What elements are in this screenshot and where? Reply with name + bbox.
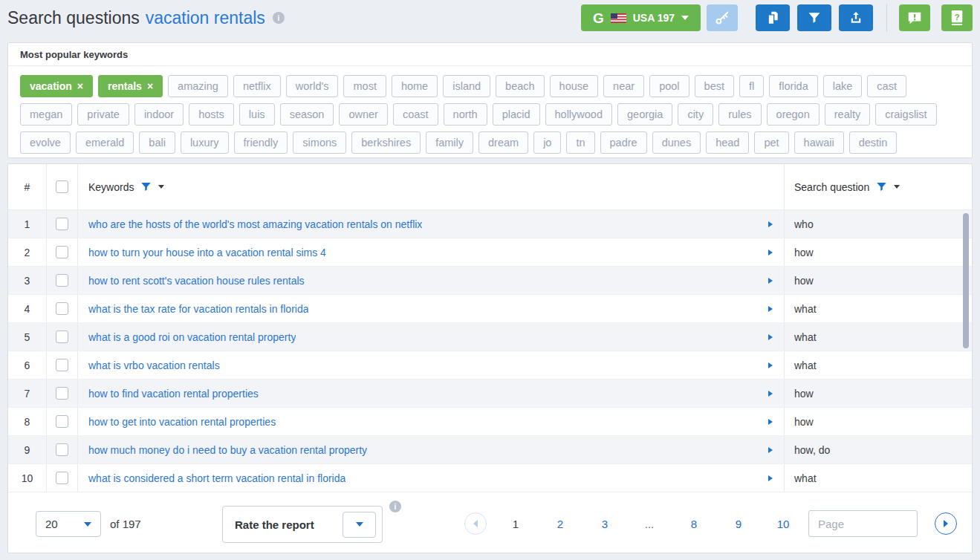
filter-button[interactable] — [797, 4, 831, 31]
keyword-chip[interactable]: coast — [393, 103, 438, 126]
keyword-chip[interactable]: house — [550, 75, 599, 97]
keyword-link[interactable]: what is the tax rate for vacation rental… — [88, 303, 308, 315]
keyword-chip[interactable]: dream — [478, 131, 528, 154]
keyword-chip[interactable]: simons — [293, 131, 346, 154]
pagination-page-9[interactable]: 9 — [716, 518, 761, 530]
row-checkbox[interactable] — [56, 415, 68, 428]
keywords-sort-caret-icon[interactable] — [158, 185, 164, 189]
keyword-chip[interactable]: family — [426, 131, 473, 154]
pagination-page-10[interactable]: 10 — [761, 518, 805, 530]
row-checkbox[interactable] — [56, 331, 68, 343]
keyword-chip[interactable]: luxury — [181, 131, 229, 154]
keyword-chip[interactable]: georgia — [617, 103, 672, 126]
keyword-chip[interactable]: lake — [823, 75, 863, 97]
question-sort-caret-icon[interactable] — [894, 185, 900, 189]
keyword-chip[interactable]: placid — [493, 103, 540, 126]
expand-arrow-icon[interactable] — [768, 447, 784, 453]
row-checkbox[interactable] — [56, 218, 68, 230]
pagination-page-2[interactable]: 2 — [538, 518, 583, 530]
info-icon[interactable]: i — [273, 12, 285, 24]
keyword-chip[interactable]: pool — [649, 75, 689, 97]
keyword-chip[interactable]: dunes — [652, 131, 701, 154]
row-checkbox[interactable] — [56, 302, 68, 315]
pagination-page-3[interactable]: 3 — [583, 518, 627, 530]
keyword-chip[interactable]: hosts — [189, 103, 234, 126]
keyword-chip[interactable]: friendly — [234, 131, 288, 154]
keyword-link[interactable]: what is considered a short term vacation… — [88, 472, 345, 484]
feedback-button[interactable] — [899, 4, 930, 31]
keyword-chip[interactable]: near — [603, 75, 644, 97]
previous-page-button[interactable] — [464, 512, 487, 535]
keyword-link[interactable]: how to turn your house into a vacation r… — [88, 247, 326, 258]
select-all-checkbox[interactable] — [56, 180, 68, 193]
keyword-link[interactable]: what is vrbo vacation rentals — [88, 359, 220, 371]
keyword-link[interactable]: who are the hosts of the world's most am… — [88, 218, 422, 230]
expand-arrow-icon[interactable] — [768, 475, 784, 481]
expand-arrow-icon[interactable] — [768, 419, 784, 425]
export-button[interactable] — [839, 4, 873, 31]
keyword-chip[interactable]: megan — [20, 103, 72, 126]
page-size-select[interactable]: 20 — [36, 511, 101, 537]
expand-arrow-icon[interactable] — [768, 334, 784, 340]
keyword-chip[interactable]: hawaii — [794, 131, 844, 154]
expand-arrow-icon[interactable] — [768, 391, 784, 397]
region-selector-button[interactable]: G USA 197 — [581, 4, 701, 31]
keyword-chip-selected[interactable]: vacation× — [20, 75, 93, 97]
row-checkbox[interactable] — [56, 443, 68, 456]
rate-info-icon[interactable]: i — [389, 501, 401, 512]
keywords-filter-icon[interactable] — [140, 181, 152, 192]
copy-button[interactable] — [756, 4, 790, 31]
keyword-chip[interactable]: cast — [867, 75, 906, 97]
pagination-page-8[interactable]: 8 — [672, 518, 716, 530]
page-number-input[interactable] — [808, 510, 918, 537]
keyword-chip[interactable]: fl — [739, 75, 764, 97]
keyword-chip[interactable]: home — [392, 75, 438, 97]
keyword-chip[interactable]: pet — [754, 131, 788, 154]
keyword-chip[interactable]: rules — [718, 103, 761, 126]
keyword-link[interactable]: how much money do i need to buy a vacati… — [88, 444, 367, 456]
keyword-chip-selected[interactable]: rentals× — [98, 75, 163, 97]
keyword-chip[interactable]: realty — [825, 103, 870, 126]
keyword-chip[interactable]: city — [678, 103, 713, 126]
keyword-link[interactable]: how to find vacation rental properties — [88, 388, 259, 400]
keyword-chip[interactable]: tn — [566, 131, 594, 154]
keyword-chip[interactable]: berkshires — [351, 131, 421, 154]
keyword-chip[interactable]: island — [443, 75, 490, 97]
keyword-chip[interactable]: owner — [339, 103, 388, 126]
key-button[interactable] — [707, 4, 738, 31]
keyword-chip[interactable]: beach — [496, 75, 545, 97]
expand-arrow-icon[interactable] — [768, 306, 784, 312]
keyword-chip[interactable]: emerald — [76, 131, 134, 154]
chip-remove-icon[interactable]: × — [147, 81, 153, 91]
expand-arrow-icon[interactable] — [768, 221, 784, 227]
keyword-chip[interactable]: season — [280, 103, 334, 126]
keyword-link[interactable]: how to rent scott's vacation house rules… — [88, 275, 305, 287]
keyword-chip[interactable]: destin — [849, 131, 898, 154]
keyword-chip[interactable]: amazing — [168, 75, 228, 97]
keyword-chip[interactable]: evolve — [20, 131, 71, 154]
question-filter-icon[interactable] — [876, 181, 887, 192]
rate-report-select[interactable] — [343, 512, 376, 538]
help-button[interactable]: ? — [941, 4, 973, 31]
keyword-chip[interactable]: hollywood — [545, 103, 613, 126]
keyword-chip[interactable]: world's — [286, 75, 339, 97]
keyword-link[interactable]: how to get into vacation rental properti… — [88, 416, 276, 428]
keyword-chip[interactable]: netflix — [233, 75, 281, 97]
keyword-chip[interactable]: luis — [239, 103, 275, 126]
keyword-chip[interactable]: best — [695, 75, 734, 97]
row-checkbox[interactable] — [56, 246, 68, 258]
keyword-chip[interactable]: bali — [139, 131, 175, 154]
row-checkbox[interactable] — [56, 472, 68, 484]
expand-arrow-icon[interactable] — [768, 250, 784, 255]
keyword-link[interactable]: what is a good roi on vacation rental pr… — [88, 331, 296, 343]
keyword-chip[interactable]: private — [77, 103, 129, 126]
row-checkbox[interactable] — [56, 274, 68, 287]
next-page-button[interactable] — [935, 512, 957, 535]
keyword-chip[interactable]: most — [343, 75, 386, 97]
vertical-scrollbar-thumb[interactable] — [963, 213, 969, 348]
keyword-chip[interactable]: padre — [600, 131, 647, 154]
chip-remove-icon[interactable]: × — [77, 81, 83, 91]
keyword-chip[interactable]: north — [444, 103, 487, 126]
row-checkbox[interactable] — [56, 359, 68, 371]
keyword-chip[interactable]: florida — [769, 75, 818, 97]
